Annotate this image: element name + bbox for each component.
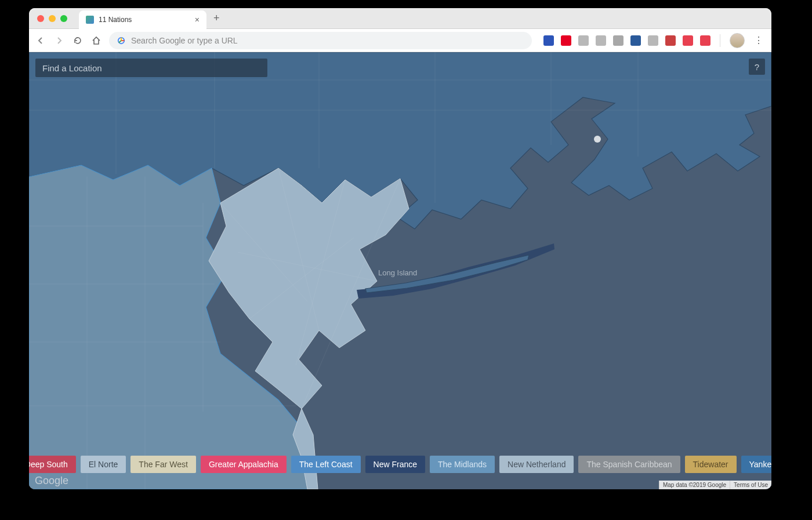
legend-item-greater-appalachia[interactable]: Greater Appalachia bbox=[201, 456, 287, 473]
extension-drive-icon[interactable] bbox=[578, 35, 589, 46]
window-minimize-button[interactable] bbox=[49, 15, 56, 22]
help-button[interactable]: ? bbox=[749, 59, 765, 75]
titlebar: 11 Nations × + bbox=[29, 8, 771, 29]
legend-item-el-norte[interactable]: El Norte bbox=[81, 456, 126, 473]
window-maximize-button[interactable] bbox=[60, 15, 67, 22]
legend-item-the-far-west[interactable]: The Far West bbox=[130, 456, 196, 473]
extension-ext7-icon[interactable] bbox=[648, 35, 658, 46]
google-logo: Google bbox=[35, 475, 68, 487]
map-attribution: Map data ©2019 Google Terms of Use bbox=[659, 481, 771, 489]
browser-tab[interactable]: 11 Nations × bbox=[79, 10, 206, 29]
terms-of-use-link[interactable]: Terms of Use bbox=[730, 481, 771, 489]
home-button[interactable] bbox=[90, 35, 102, 46]
legend-item-the-midlands[interactable]: The Midlands bbox=[430, 456, 495, 473]
legend-item-tidewater[interactable]: Tidewater bbox=[685, 456, 737, 473]
window-close-button[interactable] bbox=[37, 15, 44, 22]
extension-ext4-icon[interactable] bbox=[596, 35, 606, 46]
legend-item-yankeedom[interactable]: Yankeedom bbox=[741, 456, 771, 473]
legend-item-new-netherland[interactable]: New Netherland bbox=[499, 456, 574, 473]
help-label: ? bbox=[755, 62, 759, 72]
tab-title: 11 Nations bbox=[99, 16, 132, 24]
map-viewport[interactable]: Long Island Find a Location ? The Deep S… bbox=[29, 52, 771, 489]
svg-point-2 bbox=[594, 136, 601, 143]
tab-favicon bbox=[86, 16, 94, 24]
extension-ext8-icon[interactable] bbox=[665, 35, 676, 46]
legend-item-the-spanish-caribbean[interactable]: The Spanish Caribbean bbox=[578, 456, 680, 473]
legend: The Deep SouthEl NorteThe Far WestGreate… bbox=[29, 456, 771, 473]
forward-button[interactable] bbox=[53, 35, 65, 46]
browser-window: 11 Nations × + Search Google or type a U… bbox=[29, 8, 771, 489]
tab-close-button[interactable]: × bbox=[195, 15, 200, 24]
map-canvas[interactable] bbox=[29, 52, 771, 489]
address-bar[interactable]: Search Google or type a URL bbox=[109, 32, 532, 49]
omnibox-placeholder: Search Google or type a URL bbox=[131, 36, 238, 45]
toolbar-separator bbox=[720, 34, 720, 47]
google-icon bbox=[117, 37, 125, 45]
new-tab-button[interactable]: + bbox=[213, 12, 220, 24]
back-button[interactable] bbox=[35, 35, 46, 46]
extension-ext1-icon[interactable] bbox=[543, 35, 554, 46]
profile-avatar[interactable] bbox=[730, 33, 745, 48]
traffic-lights bbox=[29, 15, 67, 22]
location-search-input[interactable]: Find a Location bbox=[35, 59, 267, 77]
legend-item-new-france[interactable]: New France bbox=[365, 456, 425, 473]
extension-ext5-icon[interactable] bbox=[613, 35, 624, 46]
extension-opera-icon[interactable] bbox=[700, 35, 710, 46]
legend-item-the-left-coast[interactable]: The Left Coast bbox=[291, 456, 361, 473]
extensions-row bbox=[543, 35, 710, 46]
extension-pinterest-icon[interactable] bbox=[561, 35, 571, 46]
browser-menu-button[interactable]: ⋮ bbox=[752, 35, 766, 46]
map-data-attribution: Map data ©2019 Google bbox=[659, 481, 730, 489]
reload-button[interactable] bbox=[72, 35, 84, 46]
browser-toolbar: Search Google or type a URL ⋮ bbox=[29, 29, 771, 52]
legend-item-the-deep-south[interactable]: The Deep South bbox=[29, 456, 76, 473]
extension-ext6-icon[interactable] bbox=[630, 35, 641, 46]
extension-pocket-icon[interactable] bbox=[683, 35, 693, 46]
search-placeholder: Find a Location bbox=[42, 63, 102, 73]
